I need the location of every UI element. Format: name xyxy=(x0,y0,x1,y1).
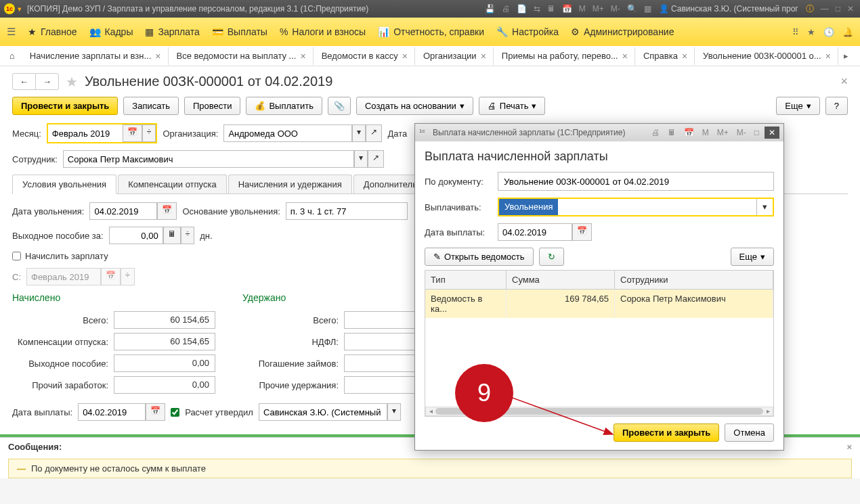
popup-more-button[interactable]: Еще ▾ xyxy=(731,248,774,266)
menu-otchet[interactable]: 📊Отчетность, справки xyxy=(378,26,484,37)
zoom-icon[interactable]: 🔍 xyxy=(625,4,639,14)
scroll-right-icon[interactable]: ▸ xyxy=(763,407,773,415)
open-vedomost-button[interactable]: ✎ Открыть ведомость xyxy=(425,248,534,266)
attach-button[interactable]: 📎 xyxy=(328,97,351,115)
calendar-icon[interactable]: 📅 xyxy=(157,202,177,220)
calc-icon[interactable]: 🖩 xyxy=(163,227,181,244)
m-plus-icon[interactable]: M+ xyxy=(714,127,731,139)
close-icon[interactable]: × xyxy=(155,51,160,62)
spinner-icon[interactable]: ÷ xyxy=(181,227,195,244)
close-popup-icon[interactable]: ✕ xyxy=(765,127,779,139)
subtab-conditions[interactable]: Условия увольнения xyxy=(12,175,116,194)
employee-input[interactable] xyxy=(63,150,354,168)
m-minus-icon[interactable]: M- xyxy=(734,127,749,139)
back-button[interactable]: ← xyxy=(13,74,36,89)
user-label[interactable]: 👤 Савинская З.Ю. (Системный прог xyxy=(659,4,798,14)
menu-nalogi[interactable]: %Налоги и взносы xyxy=(280,26,366,37)
close-doc-icon[interactable]: × xyxy=(840,74,848,89)
doc-icon[interactable]: 📄 xyxy=(515,4,529,14)
dismiss-reason-input[interactable] xyxy=(286,202,408,220)
calendar-icon[interactable]: 📅 xyxy=(681,127,697,139)
dropdown-icon[interactable]: ▾ xyxy=(756,199,773,215)
calendar-icon[interactable]: 📅 xyxy=(123,124,142,142)
history-icon[interactable]: 🕓 xyxy=(823,27,834,37)
month-input[interactable] xyxy=(48,124,123,142)
maximize-icon[interactable]: □ xyxy=(752,127,762,139)
calendar-icon[interactable]: 📅 xyxy=(560,4,574,14)
m-icon[interactable]: M xyxy=(577,4,588,14)
post-close-button[interactable]: Провести и закрыть xyxy=(12,97,118,115)
dropdown-icon[interactable]: ▾ xyxy=(354,150,368,168)
table-row[interactable]: Ведомость в ка... 169 784,65 Сорока Петр… xyxy=(425,290,773,318)
subtab-accruals[interactable]: Начисления и удержания xyxy=(228,175,352,193)
menu-icon[interactable]: ☰ xyxy=(7,26,16,38)
tab-1[interactable]: Все ведомости на выплату ...× xyxy=(170,47,314,65)
popup-cancel-button[interactable]: Отмена xyxy=(725,423,774,442)
col-emp[interactable]: Сотрудники xyxy=(615,271,773,289)
compare-icon[interactable]: ⇆ xyxy=(532,4,542,14)
menu-admin[interactable]: ⚙Администрирование xyxy=(571,26,674,37)
pay-date-input[interactable] xyxy=(78,403,146,421)
col-type[interactable]: Тип xyxy=(425,271,507,289)
dismiss-date-input[interactable] xyxy=(89,202,157,220)
grid-icon[interactable]: ▦ xyxy=(642,4,653,14)
open-icon[interactable]: ↗ xyxy=(366,124,382,142)
m-icon[interactable]: M xyxy=(700,127,712,139)
help-button[interactable]: ? xyxy=(825,97,848,115)
menu-kadry[interactable]: 👥Кадры xyxy=(89,26,133,37)
approved-checkbox[interactable] xyxy=(171,408,179,417)
minimize-icon[interactable]: — xyxy=(819,4,831,14)
calc-icon[interactable]: 🖩 xyxy=(545,4,557,14)
m-minus-icon[interactable]: M- xyxy=(609,4,622,14)
close-icon[interactable]: × xyxy=(825,51,831,62)
tab-6[interactable]: Увольнение 00ЗК-000001 о...× xyxy=(696,47,838,65)
message-row[interactable]: — По документу не осталось сумм к выплат… xyxy=(8,459,852,478)
tab-0[interactable]: Начисление зарплаты и взн...× xyxy=(23,47,169,65)
refresh-button[interactable]: ↻ xyxy=(539,248,564,266)
tabs-nav-icon[interactable]: ▸ xyxy=(840,48,853,64)
tab-2[interactable]: Ведомости в кассу× xyxy=(315,47,415,65)
calc-icon[interactable]: 🖩 xyxy=(665,127,679,139)
severance-input[interactable] xyxy=(109,227,163,244)
calendar-icon[interactable]: 📅 xyxy=(572,223,592,241)
apps-icon[interactable]: ⠿ xyxy=(792,27,799,37)
nav-arrows-icon[interactable]: ▾ xyxy=(18,5,22,14)
m-plus-icon[interactable]: M+ xyxy=(590,4,606,14)
calc-salary-checkbox[interactable] xyxy=(12,252,21,260)
close-icon[interactable]: × xyxy=(402,51,408,62)
col-sum[interactable]: Сумма xyxy=(507,271,615,289)
menu-vyplaty[interactable]: 💳Выплаты xyxy=(212,26,267,37)
save-icon[interactable]: 💾 xyxy=(483,4,497,14)
menu-nastroika[interactable]: 🔧Настройка xyxy=(496,26,559,37)
close-messages-icon[interactable]: × xyxy=(846,442,852,452)
tab-5[interactable]: Справка× xyxy=(637,47,695,65)
print-button[interactable]: 🖨 Печать ▾ xyxy=(479,97,546,115)
print-icon[interactable]: 🖨 xyxy=(500,4,512,14)
scroll-left-icon[interactable]: ◂ xyxy=(426,407,435,415)
pay-button[interactable]: 💰 Выплатить xyxy=(246,97,322,115)
home-tab[interactable]: ⌂ xyxy=(3,47,22,65)
forward-button[interactable]: → xyxy=(36,74,58,89)
dropdown-icon[interactable]: ▾ xyxy=(387,403,401,421)
favorite-icon[interactable]: ★ xyxy=(66,74,78,90)
dropdown-icon[interactable]: ▾ xyxy=(352,124,366,142)
spinner-icon[interactable]: ÷ xyxy=(142,124,156,142)
close-icon[interactable]: × xyxy=(300,51,305,62)
tab-3[interactable]: Организации× xyxy=(416,47,494,65)
popup-paydate-input[interactable] xyxy=(498,223,572,241)
subtab-compensations[interactable]: Компенсации отпуска xyxy=(118,175,227,193)
bell-icon[interactable]: 🔔 xyxy=(842,27,853,37)
menu-main[interactable]: ★Главное xyxy=(28,26,77,37)
create-based-button[interactable]: Создать на основании ▾ xyxy=(356,97,473,115)
info-icon[interactable]: ⓘ xyxy=(804,3,816,15)
tab-4[interactable]: Приемы на работу, перево...× xyxy=(495,47,635,65)
org-input[interactable] xyxy=(223,124,352,142)
close-window-icon[interactable]: ✕ xyxy=(845,4,856,14)
open-icon[interactable]: ↗ xyxy=(368,150,384,168)
post-button[interactable]: Провести xyxy=(184,97,241,115)
popup-paytype-input[interactable]: Увольнения ▾ xyxy=(498,198,774,216)
approved-input[interactable] xyxy=(259,403,387,421)
calendar-icon[interactable]: 📅 xyxy=(146,403,165,421)
close-icon[interactable]: × xyxy=(622,51,628,62)
popup-doc-input[interactable] xyxy=(498,172,774,191)
